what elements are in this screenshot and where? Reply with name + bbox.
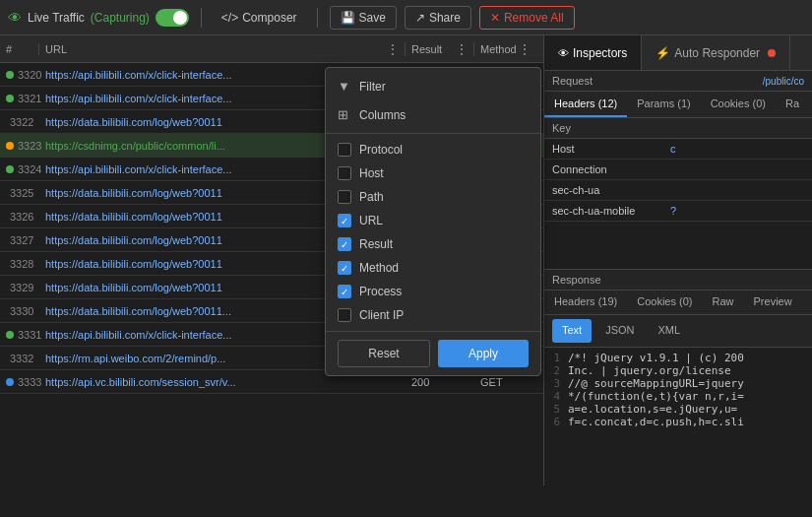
- remove-all-button[interactable]: ✕ Remove All: [479, 6, 575, 30]
- row-num: 3329: [10, 282, 33, 293]
- checkbox[interactable]: ✓: [338, 261, 351, 275]
- checkbox[interactable]: [338, 166, 351, 180]
- composer-label: Composer: [242, 11, 296, 25]
- request-sub-tabs: Headers (12) Params (1) Cookies (0) Ra: [544, 92, 812, 118]
- auto-responder-label: Auto Responder: [674, 46, 760, 60]
- checkbox-item[interactable]: ✓ Method: [326, 256, 540, 280]
- tab-response-cookies[interactable]: Cookies (0): [627, 291, 702, 314]
- header-row: Host c: [544, 139, 812, 160]
- columns-label: Columns: [359, 108, 406, 122]
- checkbox-item[interactable]: ✓ Result: [326, 232, 540, 256]
- td-num: 3321: [0, 93, 39, 104]
- checkbox[interactable]: [338, 190, 351, 204]
- tab-headers[interactable]: Headers (12): [544, 92, 627, 117]
- td-num: 3333: [0, 376, 39, 388]
- checkbox-item[interactable]: Path: [326, 185, 540, 209]
- line-content: Inc. | jquery.org/license: [568, 364, 812, 377]
- filter-item[interactable]: ▼ Filter: [326, 72, 540, 100]
- checkbox-item[interactable]: Protocol: [326, 138, 540, 162]
- row-num: 3332: [10, 353, 33, 364]
- columns-item[interactable]: ⊞ Columns: [326, 100, 540, 129]
- header-num-label: #: [6, 43, 12, 55]
- lightning-icon: ⚡: [656, 46, 670, 60]
- filter-icon: ▼: [338, 79, 351, 94]
- checkbox[interactable]: [338, 143, 351, 157]
- dropdown-footer: Reset Apply: [326, 332, 540, 375]
- row-num: 3321: [18, 93, 41, 104]
- row-num: 3330: [10, 305, 33, 317]
- code-line: 1 /*! jQuery v1.9.1 | (c) 200: [544, 352, 812, 364]
- tab-raw[interactable]: Ra: [776, 92, 809, 117]
- td-num: 3324: [0, 163, 39, 175]
- status-dot: [6, 378, 14, 386]
- apply-button[interactable]: Apply: [438, 340, 529, 367]
- checkbox-item[interactable]: Client IP: [326, 303, 540, 327]
- save-icon: 💾: [341, 11, 355, 25]
- reset-button[interactable]: Reset: [338, 340, 430, 367]
- status-dot: [6, 95, 14, 102]
- share-button[interactable]: ↗ Share: [405, 6, 471, 30]
- checkbox-label: Client IP: [359, 308, 404, 322]
- header-row: sec-ch-ua: [544, 180, 812, 201]
- checkbox-item[interactable]: ✓ Process: [326, 280, 540, 303]
- status-dot: [6, 165, 14, 173]
- live-traffic-toggle[interactable]: [156, 9, 189, 27]
- line-content: /*! jQuery v1.9.1 | (c) 200: [568, 352, 812, 364]
- tab-json[interactable]: JSON: [595, 319, 644, 343]
- checkbox-label: URL: [359, 214, 383, 227]
- tab-response-preview[interactable]: Preview: [744, 291, 802, 314]
- key-column-header: Key: [544, 118, 812, 139]
- checkbox-item[interactable]: ✓ URL: [326, 209, 540, 232]
- row-num: 3331: [18, 329, 41, 341]
- remove-icon: ✕: [490, 11, 500, 25]
- tab-inspectors[interactable]: 👁 Inspectors: [544, 35, 642, 70]
- result-filter-icon[interactable]: ⋮: [456, 42, 468, 56]
- tab-cookies[interactable]: Cookies (0): [701, 92, 776, 117]
- th-method: Method ⋮: [474, 42, 543, 56]
- top-bar: 👁 Live Traffic (Capturing) </> Composer …: [0, 0, 812, 35]
- row-num: 3326: [10, 211, 33, 223]
- live-traffic-section: 👁 Live Traffic (Capturing): [8, 9, 189, 27]
- code-line: 6 f=c.concat,d=c.push,h=c.sli: [544, 416, 812, 428]
- checkbox[interactable]: ✓: [338, 237, 351, 251]
- header-key: sec-ch-ua-mobile: [552, 205, 670, 217]
- td-num: 3331: [0, 329, 39, 341]
- tab-auto-responder[interactable]: ⚡ Auto Responder: [642, 35, 790, 70]
- td-num: 3330: [0, 305, 39, 317]
- columns-dropdown: ▼ Filter ⊞ Columns Protocol Host Path ✓ …: [325, 67, 541, 376]
- save-button[interactable]: 💾 Save: [330, 6, 397, 30]
- checkbox[interactable]: ✓: [338, 285, 351, 298]
- row-num: 3327: [10, 234, 33, 246]
- checkbox-item[interactable]: Host: [326, 162, 540, 185]
- url-filter-icon[interactable]: ⋮: [387, 42, 399, 56]
- code-line: 3 //@ sourceMappingURL=jquery: [544, 377, 812, 390]
- header-value: [670, 184, 804, 196]
- checkbox[interactable]: ✓: [338, 214, 351, 227]
- inspector-tab-label: Inspectors: [573, 46, 627, 60]
- response-sub-tabs: Headers (19) Cookies (0) Raw Preview: [544, 291, 812, 315]
- method-filter-icon[interactable]: ⋮: [519, 42, 531, 56]
- tab-response-headers[interactable]: Headers (19): [544, 291, 627, 314]
- tab-text[interactable]: Text: [552, 319, 592, 343]
- header-key: Host: [552, 143, 670, 155]
- th-result: Result ⋮: [406, 42, 474, 56]
- line-content: a=e.location,s=e.jQuery,u=: [568, 403, 812, 416]
- row-num: 3328: [10, 258, 33, 270]
- header-value: [670, 163, 804, 175]
- tab-response-raw[interactable]: Raw: [703, 291, 744, 314]
- right-panel: 👁 Inspectors ⚡ Auto Responder Request /p…: [544, 35, 812, 485]
- checkbox[interactable]: [338, 308, 351, 322]
- response-label: Response: [552, 274, 601, 286]
- code-line: 4 */(function(e,t){var n,r,i=: [544, 390, 812, 403]
- key-header-label: Key: [552, 122, 571, 134]
- line-number: 3: [544, 377, 568, 390]
- tab-params[interactable]: Params (1): [627, 92, 700, 117]
- row-num: 3322: [10, 116, 33, 128]
- auto-responder-badge: [768, 49, 776, 57]
- tab-xml[interactable]: XML: [649, 319, 691, 343]
- code-area: 1 /*! jQuery v1.9.1 | (c) 200 2 Inc. | j…: [544, 348, 812, 485]
- code-line: 2 Inc. | jquery.org/license: [544, 364, 812, 377]
- td-num: 3323: [0, 140, 39, 152]
- composer-button[interactable]: </> Composer: [214, 7, 305, 29]
- td-url: https://api.vc.bilibili.com/session_svr/…: [39, 376, 406, 388]
